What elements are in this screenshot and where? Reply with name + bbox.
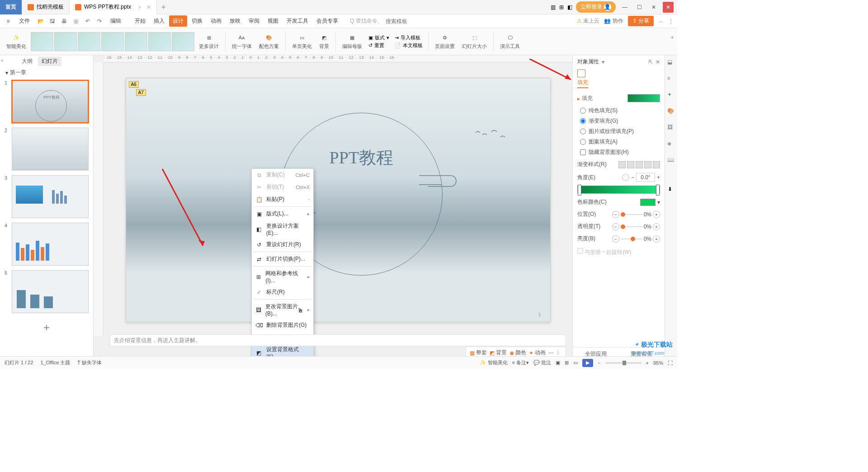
command-search[interactable]: Q 查找命令、 — [350, 17, 440, 25]
check-rotate[interactable]: 与形状一起旋转(W) — [577, 249, 632, 255]
template-thumbnails[interactable] — [31, 32, 194, 51]
ts-ai-icon[interactable]: ✦ — [667, 91, 675, 100]
slides-tab[interactable]: 幻灯片 — [38, 57, 61, 66]
undo-icon[interactable]: ↶ — [83, 17, 92, 26]
ctx-change-bg[interactable]: 🖼更改背景图片(B)...▸ — [252, 300, 313, 319]
angle-minus[interactable]: − — [631, 174, 634, 181]
tab-templates[interactable]: 找稻壳模板 — [22, 0, 70, 14]
add-stop-icon[interactable]: ⬇ — [668, 186, 672, 192]
ts-image-icon[interactable]: 🖼 — [667, 124, 675, 132]
ctx-copy[interactable]: ⧉复制(C)Ctrl+C — [252, 169, 313, 181]
ts-book-icon[interactable]: 📖 — [667, 157, 675, 165]
menu-edit[interactable]: 编辑 — [107, 15, 125, 27]
slide-thumb-5[interactable]: 5 — [5, 270, 89, 313]
tb-set[interactable]: ▦整套 — [470, 349, 487, 357]
br-plus[interactable]: + — [653, 235, 660, 243]
sb-comments[interactable]: 💬 批注 — [533, 359, 551, 366]
rib-font[interactable]: Aᴀ统一字体 — [229, 32, 255, 51]
tb-color[interactable]: ◉颜色 — [509, 349, 526, 357]
ts-settings-icon[interactable]: ⬓ — [667, 59, 675, 67]
menu-review[interactable]: 审阅 — [245, 15, 263, 27]
tb-more[interactable]: ⋯ — [548, 350, 554, 356]
ribbon-menu[interactable]: ⋮ — [668, 18, 674, 24]
menu-vip[interactable]: 会员专享 — [313, 15, 342, 27]
tab-document[interactable]: WPS PPT教程.pptx ⚬ ✕ — [70, 0, 157, 14]
slide-canvas[interactable]: A6 A7 PPT教程 •PPT 1 — [126, 78, 551, 322]
radio-pattern[interactable]: 图案填充(A) — [580, 138, 660, 146]
minimize-button[interactable]: — — [619, 2, 630, 13]
rib-color[interactable]: 🎨配色方案 — [256, 32, 282, 51]
angle-plus[interactable]: + — [657, 174, 660, 181]
rib-slide-size[interactable]: ⬚幻灯片大小 — [459, 32, 490, 51]
fit-icon[interactable]: ⛶ — [668, 360, 673, 366]
preview-icon[interactable]: ◎ — [71, 17, 80, 26]
radio-solid[interactable]: 纯色填充(S) — [580, 107, 660, 114]
rib-template[interactable]: 📄本文模板 — [395, 42, 423, 49]
menu-insert[interactable]: 插入 — [150, 15, 168, 27]
tb-anim[interactable]: ✦动画 — [529, 349, 546, 357]
ctx-cut[interactable]: ✂剪切(T)Ctrl+X — [252, 181, 313, 193]
sb-notes[interactable]: ≡ 备注▾ — [512, 359, 529, 366]
ctx-change-design[interactable]: ◧更换设计方案(E)... — [252, 220, 313, 238]
menu-animation[interactable]: 动画 — [207, 15, 225, 27]
ctx-ruler[interactable]: ✓标尺(R) — [252, 286, 313, 298]
slide-thumb-1[interactable]: 1PPT教程 — [5, 80, 89, 123]
rib-import[interactable]: ⇥导入模板 — [395, 34, 423, 41]
ts-shape-icon[interactable]: ◈ — [667, 140, 675, 148]
view-normal-icon[interactable]: ▣ — [556, 360, 560, 366]
chapter-label[interactable]: ▾ 第一章 — [0, 67, 93, 78]
rib-bg[interactable]: ◩背景 — [316, 32, 332, 51]
comment-tag-a6[interactable]: A6 — [129, 81, 139, 88]
play-button[interactable]: ▶ — [582, 359, 593, 367]
tb-next[interactable]: 〉 — [557, 349, 562, 357]
maximize-button[interactable]: ☐ — [634, 2, 645, 13]
menu-slideshow[interactable]: 放映 — [226, 15, 244, 27]
menu-design[interactable]: 设计 — [169, 15, 187, 27]
share-button[interactable]: ⇪ 分享 — [628, 16, 654, 26]
zoom-value[interactable]: 95% — [653, 360, 663, 366]
pin-icon[interactable]: ⇱ — [648, 59, 653, 65]
ctx-layout[interactable]: ▣版式(L)...▸ — [252, 208, 313, 220]
layout-icon[interactable]: ▥ — [551, 4, 556, 10]
remove-stop-icon[interactable]: ⬇ — [677, 186, 677, 192]
op-plus[interactable]: + — [653, 223, 660, 230]
open-icon[interactable]: 📂 — [36, 17, 45, 26]
sb-ai[interactable]: ✨ 智能美化 — [480, 359, 507, 366]
sect-fill-title[interactable]: 填充 — [582, 95, 593, 102]
zoom-in[interactable]: + — [646, 360, 649, 366]
rib-tools[interactable]: 🖵演示工具 — [497, 32, 523, 51]
outline-tab[interactable]: 大纲 — [22, 57, 33, 65]
zoom-out[interactable]: − — [598, 360, 600, 366]
slide-thumb-4[interactable]: 4 — [5, 223, 89, 266]
menu-start[interactable]: 开始 — [131, 15, 149, 27]
view-sorter-icon[interactable]: ⊞ — [565, 360, 569, 366]
panel-collapse-icon[interactable]: « — [1, 58, 4, 63]
notes-area[interactable]: 先介绍背景信息，再进入主题讲解。 — [110, 334, 566, 346]
ctx-reset-slide[interactable]: ↺重设幻灯片(R) — [252, 238, 313, 251]
login-button[interactable]: 立即登录 👤 — [576, 1, 616, 13]
fill-tab-icon[interactable] — [577, 69, 585, 77]
slide-title[interactable]: PPT教程 — [330, 146, 393, 169]
close-panel-icon[interactable]: ✕ — [656, 59, 660, 65]
menu-devtools[interactable]: 开发工具 — [283, 15, 312, 27]
zoom-slider[interactable] — [605, 362, 642, 364]
comment-tag-a7[interactable]: A7 — [136, 89, 146, 96]
rib-master[interactable]: ▦编辑母版 — [340, 32, 365, 51]
redo-icon[interactable]: ↷ — [95, 17, 104, 26]
gradient-slider[interactable]: ⬇ ⬇ — [577, 186, 660, 194]
ctx-paste[interactable]: 📋粘贴(P)▫ — [252, 193, 313, 205]
op-minus[interactable]: − — [612, 223, 619, 230]
ctx-delete-bg[interactable]: ⌫删除背景图片(G) — [252, 319, 313, 331]
ts-paint-icon[interactable]: 🎨 — [667, 108, 675, 116]
view-reading-icon[interactable]: ▭ — [573, 360, 578, 366]
slide-thumb-3[interactable]: 3 — [5, 175, 89, 218]
ribbon-add-button[interactable]: + — [668, 33, 676, 42]
tab-close-icon[interactable]: ✕ — [146, 4, 151, 10]
ctx-transition[interactable]: ⇄幻灯片切换(P)... — [252, 253, 313, 265]
menu-transition[interactable]: 切换 — [188, 15, 206, 27]
fill-tab[interactable]: 填充 — [577, 79, 588, 88]
ctx-grid[interactable]: ⊞网格和参考线(I)...▸ — [252, 267, 313, 286]
color-swatch[interactable] — [640, 199, 656, 206]
radio-gradient[interactable]: 渐变填充(G) — [580, 117, 660, 125]
tab-home[interactable]: 首页 — [0, 0, 22, 14]
